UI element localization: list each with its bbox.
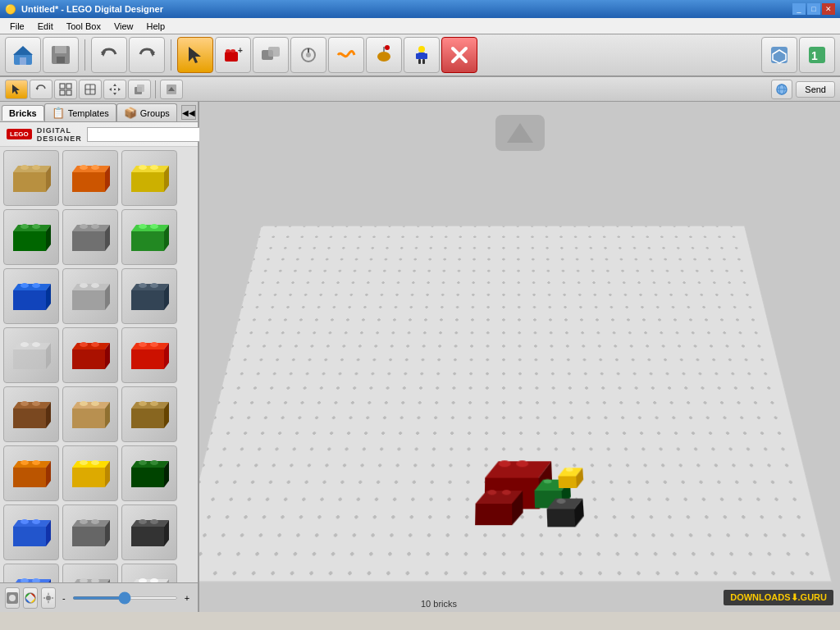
svg-point-107 (91, 342, 99, 347)
minimize-btn[interactable]: _ (792, 3, 806, 15)
settings-btn[interactable] (41, 587, 56, 609)
brick-dark-tan[interactable] (121, 386, 177, 442)
minifig-tool-btn[interactable] (404, 37, 440, 73)
svg-marker-42 (113, 93, 116, 95)
send-btn[interactable]: Send (796, 81, 835, 98)
view-mode-btn[interactable] (5, 587, 20, 609)
app-icon: 🟡 (5, 4, 16, 15)
select-tool-btn[interactable] (177, 37, 213, 73)
svg-rect-109 (131, 349, 164, 369)
svg-rect-25 (422, 59, 425, 64)
delete-tool-btn[interactable] (441, 37, 477, 73)
brick-orange[interactable] (62, 150, 118, 206)
brick-orange2[interactable] (3, 445, 59, 501)
svg-point-137 (91, 460, 99, 465)
brick-yellow-bright[interactable] (121, 150, 177, 206)
svg-rect-37 (66, 90, 71, 95)
brick-gray-medium[interactable] (62, 209, 118, 265)
svg-rect-129 (13, 468, 46, 487)
home-btn[interactable] (5, 37, 41, 73)
svg-rect-104 (72, 349, 105, 369)
grid-sub-btn[interactable] (54, 80, 77, 99)
hinge-tool-btn[interactable] (290, 37, 326, 73)
menu-bar: File Edit Tool Box View Help (0, 18, 840, 34)
snap-sub-btn[interactable] (79, 80, 102, 99)
add-brick-tool-btn[interactable]: + (215, 37, 251, 73)
clone-tool-btn[interactable] (253, 37, 289, 73)
svg-marker-53 (13, 166, 51, 172)
search-input[interactable] (87, 127, 208, 142)
brick-red[interactable] (121, 327, 177, 383)
brick-light-gray[interactable] (62, 268, 118, 324)
brick-blue[interactable] (3, 268, 59, 324)
brick-mid-green[interactable] (121, 209, 177, 265)
svg-marker-113 (13, 402, 51, 409)
maximize-btn[interactable]: □ (807, 3, 820, 15)
view3d-btn[interactable] (761, 37, 797, 73)
watermark-suffix: .GURU (798, 592, 827, 602)
brick-dark-gray[interactable] (121, 504, 177, 560)
menu-edit[interactable]: Edit (31, 20, 60, 33)
svg-rect-193 (558, 477, 577, 488)
tab-bricks[interactable]: Bricks (2, 105, 44, 121)
brick-lt-gray[interactable] (121, 564, 177, 582)
menu-toolbox[interactable]: Tool Box (60, 20, 107, 33)
undo-btn[interactable] (91, 37, 127, 73)
menu-view[interactable]: View (107, 20, 140, 33)
svg-marker-32 (12, 84, 20, 94)
globe-btn[interactable] (771, 80, 792, 99)
svg-marker-133 (72, 461, 110, 468)
color-mode-btn[interactable] (23, 587, 38, 609)
brick-dark-red[interactable] (62, 327, 118, 383)
paint-tool-btn[interactable] (366, 37, 402, 73)
panel-tabs: Bricks 📋 Templates 📦 Groups ◀◀ (0, 102, 198, 122)
panel-collapse-btn[interactable]: ◀◀ (181, 105, 196, 120)
tab-templates[interactable]: 📋 Templates (44, 103, 116, 121)
svg-marker-128 (13, 461, 51, 468)
svg-rect-99 (13, 349, 46, 369)
svg-point-62 (91, 165, 99, 170)
brick-gray3[interactable] (62, 504, 118, 560)
flex-tool-btn[interactable] (328, 37, 364, 73)
zoom-slider[interactable] (72, 596, 178, 600)
up-arrow-btn[interactable] (495, 115, 545, 151)
tab-groups[interactable]: 📦 Groups (116, 103, 177, 121)
brick-brown[interactable] (3, 386, 59, 442)
menu-file[interactable]: File (3, 20, 31, 33)
brick-gray4[interactable] (62, 564, 118, 582)
brick-dark-green2[interactable] (121, 445, 177, 501)
viewport[interactable]: 10 bricks DOWNLOADS⬇.GURU (199, 102, 840, 612)
svg-rect-84 (13, 290, 46, 310)
brick-blue3[interactable] (3, 564, 59, 582)
brick-dark-bluegray[interactable] (121, 268, 177, 324)
brick-transparent[interactable] (3, 327, 59, 383)
svg-point-151 (80, 519, 88, 524)
brick-dark-green[interactable] (3, 209, 59, 265)
svg-point-11 (231, 49, 235, 52)
brick-row (3, 327, 194, 383)
brick-blue2[interactable] (3, 504, 59, 560)
svg-marker-44 (118, 88, 121, 91)
cursor-sub-btn[interactable] (5, 80, 28, 99)
brick-tan2[interactable] (62, 386, 118, 442)
brick-row (3, 209, 194, 265)
close-btn[interactable]: ✕ (822, 3, 835, 15)
menu-help[interactable]: Help (140, 20, 172, 33)
svg-point-20 (418, 46, 425, 52)
main-content: Bricks 📋 Templates 📦 Groups ◀◀ LEGO DIGI… (0, 102, 840, 612)
save-btn[interactable] (43, 37, 79, 73)
build-guide-btn[interactable]: 1 (799, 37, 835, 73)
svg-rect-149 (72, 527, 105, 546)
clone-sub-btn[interactable] (128, 80, 151, 99)
svg-rect-24 (418, 59, 421, 64)
send-area: Send (771, 80, 835, 99)
move-sub-btn[interactable] (103, 80, 126, 99)
brick-yellow[interactable] (62, 445, 118, 501)
svg-marker-103 (72, 343, 110, 349)
redo-btn[interactable] (129, 37, 165, 73)
svg-marker-43 (109, 88, 112, 91)
svg-marker-148 (72, 520, 110, 527)
brick-tan[interactable] (3, 150, 59, 206)
view-sub-btn[interactable] (160, 80, 183, 99)
rotate-sub-btn[interactable] (30, 80, 52, 99)
